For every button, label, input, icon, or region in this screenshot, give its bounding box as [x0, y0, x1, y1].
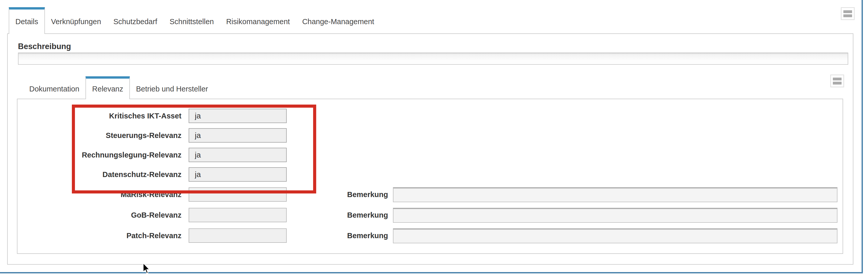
- content-divider-bottom: [0, 272, 863, 273]
- datenschutz-relevanz-label: Datenschutz-Relevanz: [27, 167, 182, 182]
- panel-menu-button-sub[interactable]: [830, 75, 844, 87]
- subtab-relevanz[interactable]: Relevanz: [86, 76, 130, 99]
- subtab-betrieb-und-hersteller[interactable]: Betrieb und Hersteller: [130, 76, 214, 99]
- steuerungs-relevanz-label: Steuerungs-Relevanz: [27, 128, 182, 143]
- rechnungslegung-relevanz-field[interactable]: [189, 148, 287, 162]
- panel-menu-button-top[interactable]: [841, 7, 855, 20]
- main-tab-bar: Details Verknüpfungen Schutzbedarf Schni…: [9, 7, 380, 34]
- tab-schnittstellen[interactable]: Schnittstellen: [163, 7, 220, 34]
- steuerungs-relevanz-field[interactable]: [189, 128, 287, 143]
- description-label: Beschreibung: [18, 42, 71, 51]
- marisk-bemerkung-field[interactable]: [393, 187, 837, 202]
- kritisches-ikt-asset-field[interactable]: [189, 109, 287, 123]
- marisk-relevanz-field[interactable]: [189, 187, 287, 202]
- gob-bemerkung-label: Bemerkung: [285, 208, 388, 222]
- patch-bemerkung-field[interactable]: [393, 228, 837, 243]
- menu-bars-icon: [833, 78, 842, 80]
- datenschutz-relevanz-field[interactable]: [189, 167, 287, 182]
- menu-bars-icon: [843, 15, 852, 17]
- patch-relevanz-field[interactable]: [189, 228, 287, 243]
- content-divider-right: [862, 0, 863, 273]
- tab-risikomanagement[interactable]: Risikomanagement: [220, 7, 296, 34]
- sub-tab-bar: Dokumentation Relevanz Betrieb und Herst…: [23, 76, 214, 99]
- gob-relevanz-field[interactable]: [189, 208, 287, 222]
- marisk-relevanz-label: MaRisk-Relevanz: [27, 187, 182, 202]
- menu-bars-icon: [843, 10, 852, 13]
- tab-details[interactable]: Details: [9, 7, 45, 34]
- mouse-cursor-icon: [143, 262, 151, 275]
- menu-bars-icon: [833, 82, 842, 85]
- patch-bemerkung-label: Bemerkung: [285, 228, 388, 243]
- gob-relevanz-label: GoB-Relevanz: [27, 208, 182, 222]
- subtab-dokumentation[interactable]: Dokumentation: [23, 76, 86, 99]
- tab-verknuepfungen[interactable]: Verknüpfungen: [45, 7, 107, 34]
- gob-bemerkung-field[interactable]: [393, 208, 837, 223]
- rechnungslegung-relevanz-label: Rechnungslegung-Relevanz: [27, 148, 182, 162]
- description-input[interactable]: [18, 53, 848, 65]
- kritisches-ikt-asset-label: Kritisches IKT-Asset: [27, 109, 182, 123]
- tab-change-management[interactable]: Change-Management: [296, 7, 380, 34]
- marisk-bemerkung-label: Bemerkung: [285, 187, 388, 202]
- tab-schutzbedarf[interactable]: Schutzbedarf: [107, 7, 163, 34]
- patch-relevanz-label: Patch-Relevanz: [27, 228, 182, 243]
